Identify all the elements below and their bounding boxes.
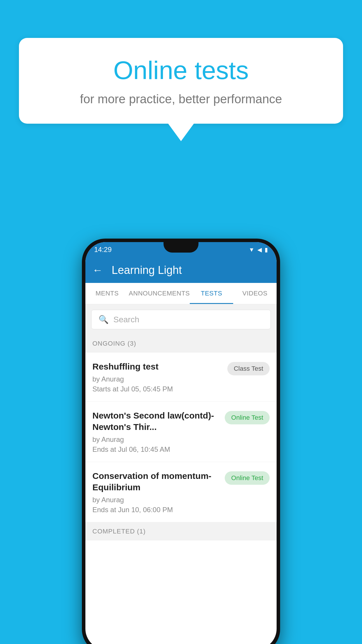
- speech-bubble-container: Online tests for more practice, better p…: [19, 38, 343, 141]
- test-name: Reshuffling test: [92, 361, 223, 372]
- search-input[interactable]: 🔍 Search: [91, 310, 271, 329]
- tab-videos[interactable]: VIDEOS: [233, 283, 277, 304]
- bubble-tail: [168, 124, 194, 141]
- bubble-title: Online tests: [39, 55, 323, 85]
- test-date: Ends at Jul 06, 10:45 AM: [92, 445, 220, 454]
- status-time: 14:29: [94, 246, 112, 254]
- tab-tests[interactable]: TESTS: [190, 283, 233, 304]
- search-icon: 🔍: [99, 315, 109, 324]
- test-name: Conservation of momentum-Equilibrium: [92, 470, 220, 493]
- speech-bubble: Online tests for more practice, better p…: [19, 38, 343, 124]
- test-name: Newton's Second law(contd)-Newton's Thir…: [92, 410, 220, 433]
- notch: [164, 242, 198, 253]
- completed-section-header: COMPLETED (1): [85, 522, 277, 540]
- ongoing-section-header: ONGOING (3): [85, 335, 277, 353]
- status-icons: ▼ ◀ ▮: [249, 246, 268, 253]
- back-button[interactable]: ←: [92, 264, 103, 276]
- tab-ments[interactable]: MENTS: [85, 283, 129, 304]
- wifi-icon: ▼: [249, 246, 254, 253]
- app-title: Learning Light: [112, 264, 182, 276]
- test-info: Newton's Second law(contd)-Newton's Thir…: [92, 410, 220, 454]
- status-bar: 14:29 ▼ ◀ ▮: [85, 242, 277, 257]
- test-info: Reshuffling test by Anurag Starts at Jul…: [92, 361, 223, 393]
- phone-inner: 14:29 ▼ ◀ ▮ ← Learning Light MENTS ANNOU…: [85, 242, 277, 644]
- phone-frame: 14:29 ▼ ◀ ▮ ← Learning Light MENTS ANNOU…: [82, 239, 280, 644]
- test-item[interactable]: Newton's Second law(contd)-Newton's Thir…: [85, 402, 277, 462]
- test-by: by Anurag: [92, 435, 220, 444]
- test-by: by Anurag: [92, 496, 220, 504]
- test-date: Ends at Jun 10, 06:00 PM: [92, 506, 220, 514]
- test-date: Starts at Jul 05, 05:45 PM: [92, 385, 223, 393]
- search-placeholder: Search: [113, 315, 139, 324]
- battery-icon: ▮: [265, 246, 268, 253]
- test-badge: Online Test: [225, 411, 270, 424]
- test-item[interactable]: Reshuffling test by Anurag Starts at Jul…: [85, 353, 277, 402]
- tab-announcements[interactable]: ANNOUNCEMENTS: [129, 283, 190, 304]
- test-info: Conservation of momentum-Equilibrium by …: [92, 470, 220, 514]
- search-bar-container: 🔍 Search: [85, 304, 277, 335]
- bubble-subtitle: for more practice, better performance: [39, 92, 323, 106]
- test-by: by Anurag: [92, 375, 223, 383]
- signal-icon: ◀: [257, 246, 262, 253]
- tab-bar: MENTS ANNOUNCEMENTS TESTS VIDEOS: [85, 283, 277, 304]
- app-bar: ← Learning Light: [85, 257, 277, 283]
- phone-content: MENTS ANNOUNCEMENTS TESTS VIDEOS 🔍 Searc…: [85, 283, 277, 644]
- test-item[interactable]: Conservation of momentum-Equilibrium by …: [85, 462, 277, 522]
- test-badge: Class Test: [227, 362, 270, 375]
- test-badge: Online Test: [225, 471, 270, 485]
